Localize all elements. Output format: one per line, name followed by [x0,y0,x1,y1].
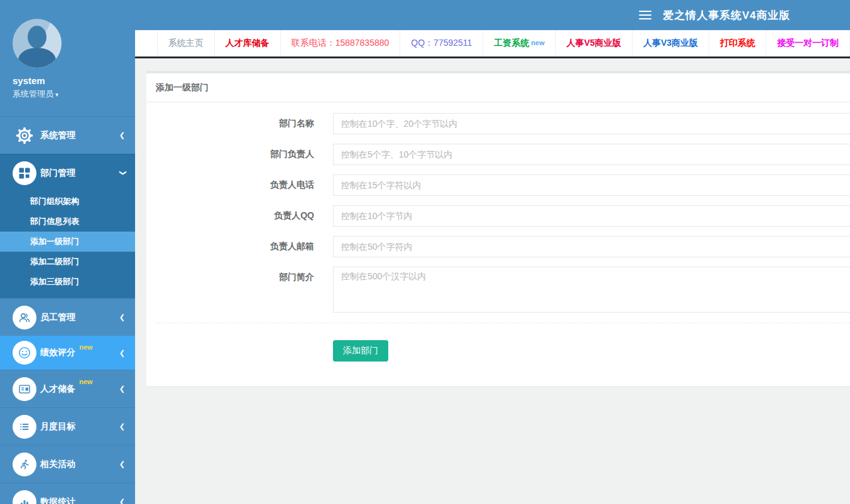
chevron-left-icon: ❮ [119,131,125,139]
smiley-icon [13,341,36,365]
leader-email-input[interactable] [333,236,850,257]
hamburger-menu-icon[interactable] [639,11,651,19]
sidebar-item-system-management[interactable]: 系统管理 ❮ [0,116,135,154]
add-department-panel: 添加一级部门 部门名称 部门负责人 负责人电话 负责人QQ [146,71,850,387]
nav-item-qq[interactable]: QQ：77592511 [400,30,483,56]
sidebar-item-label: 系统管理 [40,130,75,141]
sidebar-item-label: 月度目标 [40,421,75,432]
dashed-divider [156,323,850,323]
sidebar-item-label: 绩效评分 [40,347,75,358]
users-icon [13,306,36,330]
new-badge: new [79,343,92,351]
dept-intro-label: 部门简介 [156,267,333,313]
chevron-left-icon: ❮ [119,385,125,393]
sidebar-subitem-add-level3-dept[interactable]: 添加三级部门 [0,272,135,292]
nav-item-salary-system[interactable]: 工资系统new [483,30,555,56]
grid-icon [13,161,36,185]
sidebar-item-talent-reserve[interactable]: 人才储备 new ❮ [0,370,135,407]
leader-email-label: 负责人邮箱 [156,236,333,257]
dept-leader-input[interactable] [333,144,850,165]
leader-qq-label: 负责人QQ [156,205,333,227]
form-row-dept-name: 部门名称 [156,113,850,134]
sidebar-item-label: 人才储备 [40,383,75,395]
bar-chart-icon [13,490,36,504]
list-icon [13,415,36,439]
avatar[interactable] [13,19,62,68]
nav-item-hr-v5[interactable]: 人事V5商业版 [556,30,633,56]
nav-item-contact-phone[interactable]: 联系电话：15887835880 [281,30,401,56]
sidebar-item-label: 部门管理 [40,168,75,179]
top-navbar: 系统主页 人才库储备 联系电话：15887835880 QQ：77592511 … [135,30,850,58]
gear-icon [13,124,36,147]
sidebar-item-data-statistics[interactable]: 数据统计 ❮ [0,483,135,504]
sidebar-item-employee-management[interactable]: 员工管理 ❮ [0,298,135,336]
chevron-left-icon: ❮ [119,422,125,431]
sidebar-item-label: 员工管理 [40,312,75,323]
chevron-left-icon: ❮ [119,498,125,504]
chevron-down-icon: ❮ [118,170,126,176]
leader-qq-input[interactable] [333,205,850,227]
panel-body: 部门名称 部门负责人 负责人电话 负责人QQ 负责人邮箱 [146,102,850,386]
sidebar-item-performance-score[interactable]: 绩效评分 new ❮ [0,336,135,370]
nav-item-print-system[interactable]: 打印系统 [709,30,766,56]
sidebar-subitem-add-level2-dept[interactable]: 添加二级部门 [0,252,135,272]
user-role-label: 系统管理员 [13,89,53,99]
chevron-left-icon: ❮ [119,313,125,321]
nav-item-hr-v3[interactable]: 人事V3商业版 [633,30,709,56]
department-submenu: 部门组织架构 部门信息列表 添加一级部门 添加二级部门 添加三级部门 [0,191,135,298]
user-role-dropdown[interactable]: 系统管理员▾ [13,88,123,100]
navbar-spacer [135,30,158,56]
avatar-head [28,26,46,48]
sidebar-item-label: 相关活动 [40,459,75,470]
app-root: 爱之情人事系统V4商业版 system 系统管理员▾ [0,0,850,504]
runner-icon [13,453,36,476]
chevron-left-icon: ❮ [119,460,125,468]
new-badge: new [531,39,544,46]
nav-item-custom-service[interactable]: 接受一对一订制 [766,30,850,56]
new-badge: new [79,378,92,385]
avatar-shoulders [18,48,56,68]
add-department-button[interactable]: 添加部门 [333,340,388,362]
sidebar: system 系统管理员▾ [0,0,135,504]
sidebar-item-related-activities[interactable]: 相关活动 ❮ [0,445,135,483]
form-row-leader-email: 负责人邮箱 [156,236,850,257]
sidebar-item-department-management[interactable]: 部门管理 ❮ [0,154,135,191]
sidebar-subitem-add-level1-dept[interactable]: 添加一级部门 [0,232,135,252]
username: system [13,75,123,86]
dept-name-label: 部门名称 [156,113,333,134]
form-row-dept-leader: 部门负责人 [156,144,850,165]
nav-item-system-home[interactable]: 系统主页 [158,30,215,56]
submit-row: 添加部门 [156,340,850,362]
sidebar-item-monthly-goals[interactable]: 月度目标 ❮ [0,407,135,445]
dept-leader-label: 部门负责人 [156,144,333,165]
leader-phone-label: 负责人电话 [156,174,333,196]
form-row-dept-intro: 部门简介 [156,267,850,313]
sidebar-subitem-org-structure[interactable]: 部门组织架构 [0,191,135,212]
main-content: 添加一级部门 部门名称 部门负责人 负责人电话 负责人QQ [135,60,850,504]
dept-intro-textarea[interactable] [333,267,850,313]
nav-item-talent-pool[interactable]: 人才库储备 [215,30,281,56]
caret-down-icon: ▾ [55,91,58,98]
form-row-leader-phone: 负责人电话 [156,174,850,196]
sidebar-subitem-dept-info-list[interactable]: 部门信息列表 [0,212,135,232]
chevron-left-icon: ❮ [119,349,125,357]
leader-phone-input[interactable] [333,174,850,196]
card-icon [13,377,36,401]
dept-name-input[interactable] [333,113,850,134]
user-profile: system 系统管理员▾ [0,0,135,116]
panel-title: 添加一级部门 [146,73,850,102]
form-row-leader-qq: 负责人QQ [156,205,850,227]
app-title: 爱之情人事系统V4商业版 [663,8,790,23]
sidebar-item-label: 数据统计 [40,496,75,504]
